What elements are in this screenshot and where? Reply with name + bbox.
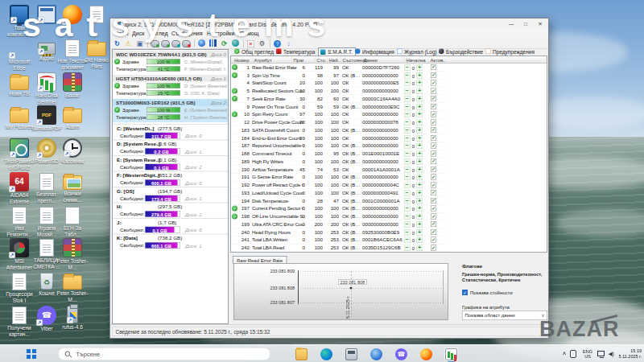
desktop-icon-whitedoc[interactable]: ЕГН За Табл... [56, 206, 89, 237]
language-indicator[interactable]: ENGUS [583, 349, 592, 360]
offset-spinner[interactable]: −0+ [404, 229, 427, 236]
start-button[interactable] [27, 349, 36, 359]
column-header-2[interactable]: Праг [291, 57, 304, 64]
partition-item[interactable]: C: [WesternDi..](277,5 GB)Свободни:211.7… [113, 124, 228, 140]
active-checkbox[interactable] [431, 112, 436, 117]
active-checkbox[interactable] [431, 158, 436, 164]
table-row[interactable]: 184End-to-End Error Count99100100ОК00000… [231, 134, 448, 142]
active-checkbox[interactable] [431, 104, 436, 109]
active-checkbox[interactable] [431, 229, 436, 235]
offset-spinner[interactable]: −0+ [404, 127, 427, 134]
table-row[interactable]: 240Head Flying Hours0100253ОК (Винаги...… [231, 228, 448, 237]
column-header-7[interactable]: Начална [404, 57, 426, 64]
partition-item[interactable]: D: [System Rese..](0,6 GB)Свободни:0.2 G… [113, 140, 228, 156]
desktop-icon-folder[interactable]: Peter Tosher-М... [56, 272, 89, 302]
offset-spinner[interactable]: −0+ [404, 167, 427, 173]
disk-block[interactable]: WDC WD10EZEX 75WN4A1 (931,5 GB)Диск 0✓Зд… [113, 51, 228, 74]
offset-spinner[interactable]: −0+ [404, 190, 427, 196]
offset-spinner[interactable]: −0+ [404, 104, 427, 110]
column-header-1[interactable]: Атрибут [252, 57, 272, 64]
active-checkbox[interactable] [431, 80, 436, 86]
offset-spinner[interactable]: −0+ [404, 175, 427, 181]
table-row[interactable]: ✓10Spin Retry Count97100100ОК00000000000… [231, 111, 448, 119]
offset-spinner[interactable]: −0+ [404, 221, 427, 228]
offset-spinner[interactable]: −0+ [404, 88, 427, 94]
taskbar-app-edge[interactable] [320, 348, 333, 361]
table-row[interactable]: ✓198Off-Line Uncorrectable Sector ...010… [231, 212, 448, 220]
column-header-4[interactable]: Най.. [327, 57, 341, 64]
table-row[interactable]: ✓5Reallocated Sectors Count10100100ОК000… [231, 87, 448, 95]
table-row[interactable]: 199Ultra ATA CRC Error Count0200200ОК (В… [231, 220, 448, 228]
table-row[interactable]: 183SATA Downshift Count0100100ОК (Винаги… [231, 126, 448, 134]
maximize-button[interactable]: □ [519, 20, 532, 28]
offset-spinner[interactable]: −0+ [404, 198, 427, 204]
active-checkbox[interactable] [431, 237, 436, 243]
taskbar-app-file-explorer[interactable] [295, 348, 308, 361]
minimize-button[interactable]: — [505, 20, 518, 28]
show-values-checkbox[interactable] [462, 290, 468, 295]
offset-spinner[interactable]: −0+ [404, 213, 427, 220]
table-row[interactable]: 188Command Timeout010095ОК (Винаги...001… [231, 150, 448, 158]
taskbar-app-poweriso[interactable] [369, 348, 383, 361]
tray-chevron-icon[interactable]: ^ [563, 351, 566, 357]
column-header-0[interactable]: Номер [233, 57, 249, 64]
table-row[interactable]: 12Drive Power Cycle Count20100100ОК00000… [231, 118, 448, 126]
desktop-icon-folder[interactable]: Alarm [56, 105, 89, 130]
table-row[interactable]: 194Disk Temperature02847ОК (Винаги...000… [231, 197, 448, 205]
partition-item[interactable]: F: [WesternDigit..](651,2 GB)Свободни:60… [113, 171, 228, 187]
taskbar-clock[interactable]: 15:195.11.2025 г. [619, 348, 642, 359]
taskbar-search[interactable]: Търсене [58, 348, 270, 360]
column-header-6[interactable]: Данни [361, 57, 378, 64]
table-row[interactable]: 4Start/Stop Count20100100ОК00000000000E5… [231, 80, 448, 88]
offset-spinner[interactable]: −0+ [404, 80, 427, 87]
desktop-icon-rar[interactable]: Bazar [56, 72, 89, 99]
hard-disk-sentinel-window[interactable]: Диск 2, ST1000DM003-1ER162 [Z4Y2PBMM] - … [109, 18, 549, 339]
active-checkbox[interactable] [431, 206, 436, 212]
active-checkbox[interactable] [431, 190, 436, 195]
offset-spinner[interactable]: −0+ [404, 237, 427, 244]
active-checkbox[interactable] [431, 245, 436, 250]
table-row[interactable]: 193Load/Unload Cycle Count0100100ОК (Вин… [231, 189, 448, 197]
active-checkbox[interactable] [431, 143, 436, 149]
offset-spinner[interactable]: −0+ [404, 182, 427, 188]
table-row[interactable]: 192Power off Retract Cycle Count0100100О… [231, 181, 448, 189]
table-row[interactable]: 191G-Sense Error Rate0100100ОК (Винаги..… [231, 174, 448, 182]
table-row[interactable]: 190Airflow Temperature457453ОК00001A1A00… [231, 166, 448, 174]
active-checkbox[interactable] [431, 96, 436, 101]
active-checkbox[interactable] [431, 182, 436, 187]
offset-spinner[interactable]: −0+ [404, 112, 427, 118]
partition-item[interactable]: E: [System Rese..](0,1 GB)Свободни:0.1 G… [113, 155, 228, 171]
taskbar-app-viber[interactable] [394, 348, 408, 361]
active-checkbox[interactable] [431, 88, 436, 93]
desktop-icon-rufus[interactable]: ↗rufus-4.6 [56, 306, 89, 331]
table-row[interactable]: 242Total LBA Read0100253ОК (Винаги...003… [231, 244, 448, 252]
table-row[interactable]: ✓7Seek Error Rate308260ОК00000C164A4A0−0… [231, 95, 448, 103]
table-row[interactable]: ✓1Raw Read Error Rate611999ОК000000D7F72… [231, 64, 448, 72]
tray-app-icon[interactable] [570, 350, 576, 358]
offset-spinner[interactable]: −0+ [404, 64, 427, 71]
active-checkbox[interactable] [431, 167, 436, 172]
volume-icon[interactable]: ◀) [609, 351, 614, 357]
offset-spinner[interactable]: −0+ [404, 143, 427, 150]
offset-spinner[interactable]: −0+ [404, 119, 427, 125]
desktop-icon-clock[interactable]: ↗Часовник [56, 138, 89, 165]
close-button[interactable]: ✕ [534, 20, 547, 28]
partition-item[interactable]: K: [Data](738,2 GB)Свободни:660.1 GBДиск… [113, 234, 228, 250]
disk-block[interactable]: ST1000DM003-1ER162 (931,5 GB)Диск 2✓Здра… [113, 99, 228, 122]
desktop-icon-rar[interactable]: Peter Tosher-М... [56, 238, 89, 270]
table-row[interactable]: ✓197Current Pending Sector Count0100100О… [231, 205, 448, 213]
table-row[interactable]: ✓3Spin Up Time09897ОК (Винаги...00000000… [231, 72, 448, 80]
graph-type-select[interactable]: Показва област данни [462, 311, 547, 320]
taskbar-app-calculator[interactable] [345, 348, 358, 361]
offset-spinner[interactable]: −0+ [404, 135, 427, 142]
active-checkbox[interactable] [431, 72, 436, 78]
offset-spinner[interactable]: −0+ [404, 96, 427, 102]
partition-item[interactable]: H:(297,5 GB)Свободни:279.4 GBДиск: 2 [113, 203, 228, 219]
active-checkbox[interactable] [431, 135, 436, 141]
partition-item[interactable]: G: [OS](194,7 GB)Свободни:173.4 GBДиск: … [113, 187, 228, 203]
active-checkbox[interactable] [431, 198, 436, 204]
table-row[interactable]: 9Power On Time Count05959ОК (Винаги...00… [231, 103, 448, 111]
disk-block[interactable]: HGST HTS541010A9E680 (931,5 GB)Диск 1✓Зд… [113, 75, 228, 98]
offset-spinner[interactable]: −0+ [404, 150, 427, 157]
network-icon[interactable] [597, 351, 605, 356]
